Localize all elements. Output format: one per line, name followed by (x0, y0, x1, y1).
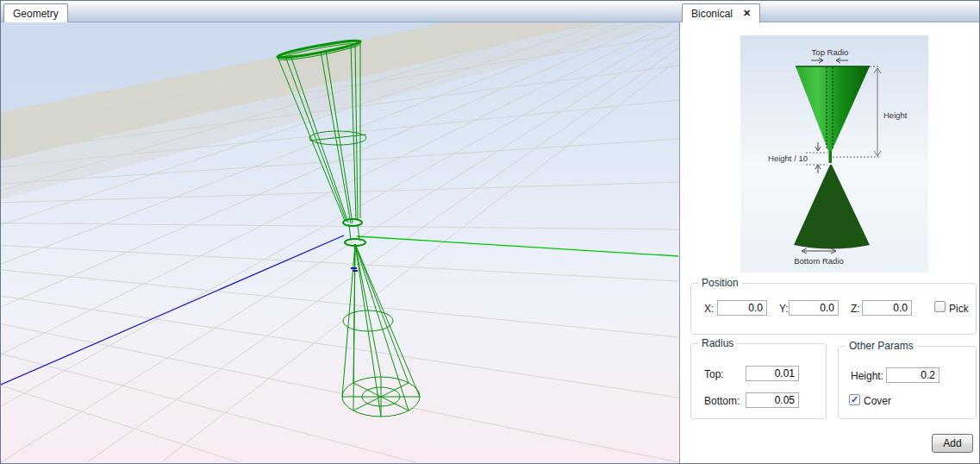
diagram-label-bottom-radius: Bottom Radio (794, 256, 844, 266)
bottom-cone-shape (794, 165, 870, 249)
cover-checkbox[interactable]: ✓ (849, 394, 860, 405)
x-label: X: (704, 303, 714, 315)
position-group-title: Position (698, 277, 742, 289)
other-params-group: Other Params Height: ✓ Cover (838, 346, 977, 419)
position-group: Position X: Y: Z: Pick (690, 283, 977, 335)
radius-group: Radius Top: Bottom: (690, 343, 827, 419)
tab-geometry[interactable]: Geometry (3, 3, 68, 22)
tab-strip: Geometry Biconical ✕ (1, 1, 979, 22)
tab-biconical[interactable]: Biconical ✕ (682, 3, 760, 22)
height-label: Height: (851, 370, 883, 382)
bottom-radius-label: Bottom: (704, 395, 740, 407)
z-input[interactable] (862, 300, 912, 316)
cover-label: Cover (864, 395, 891, 407)
x-input[interactable] (717, 300, 767, 316)
schematic-canvas: Top Radio Height Height / 10 Bottom Radi… (740, 35, 928, 273)
x-axis-line (357, 236, 678, 256)
geometry-3d-viewport[interactable] (1, 22, 680, 463)
radius-group-title: Radius (698, 337, 737, 349)
tab-biconical-label: Biconical (691, 8, 733, 20)
y-input[interactable] (789, 300, 839, 316)
pick-checkbox[interactable] (934, 301, 946, 312)
origin-marker (351, 267, 358, 272)
biconical-schematic: Top Radio Height Height / 10 Bottom Radi… (740, 35, 928, 273)
height-input[interactable] (886, 367, 939, 383)
y-axis-line (1, 235, 344, 385)
diagram-label-height: Height (883, 110, 908, 120)
tab-geometry-label: Geometry (13, 8, 59, 20)
viewport-canvas (1, 22, 678, 462)
stem-shape (829, 151, 833, 163)
z-label: Z: (851, 303, 860, 315)
top-radius-label: Top: (704, 368, 724, 380)
top-radius-input[interactable] (746, 366, 799, 381)
diagram-label-height-over-10: Height / 10 (768, 154, 808, 163)
add-button[interactable]: Add (932, 434, 973, 453)
diagram-label-top-radius: Top Radio (812, 47, 849, 57)
other-params-group-title: Other Params (846, 340, 917, 352)
height-dimension-line (874, 68, 881, 156)
application-window: Geometry Biconical ✕ (0, 0, 980, 464)
close-tab-icon[interactable]: ✕ (743, 8, 751, 19)
pick-label: Pick (949, 303, 969, 315)
y-label: Y: (779, 303, 789, 315)
biconical-panel: Top Radio Height Height / 10 Bottom Radi… (682, 22, 979, 463)
bottom-radius-input[interactable] (746, 392, 799, 408)
